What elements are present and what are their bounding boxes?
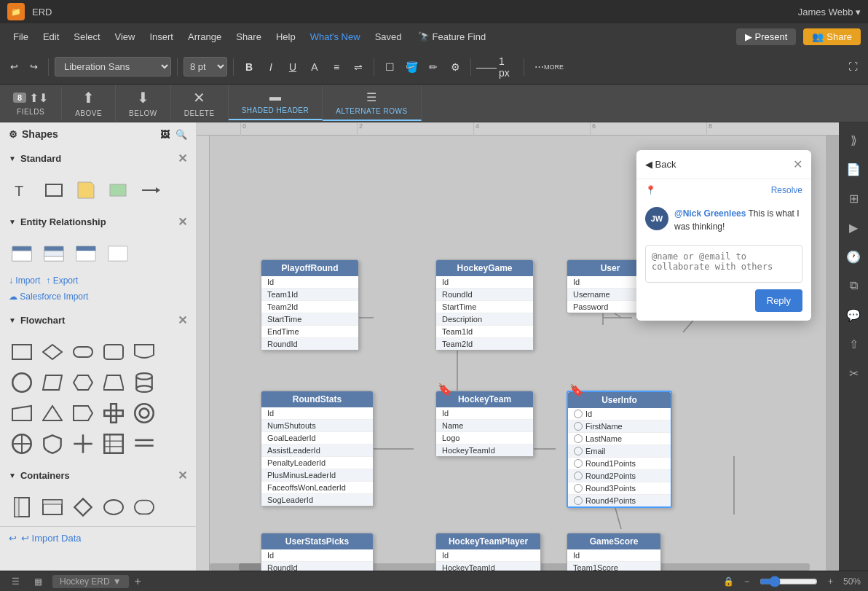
presentation-icon[interactable]: ▶ <box>842 216 865 239</box>
ct-vertical[interactable] <box>9 494 35 520</box>
export-btn[interactable]: ↑ Export <box>46 275 78 286</box>
tools-icon[interactable]: ✂ <box>842 361 865 385</box>
flowchart-close-icon[interactable]: ✕ <box>178 313 187 327</box>
current-page-name[interactable]: Hockey ERD ▼ <box>52 575 129 588</box>
alternate-rows-tool[interactable]: ☰ ALTERNATE ROWS <box>323 86 421 121</box>
fc-rounded-rect[interactable] <box>100 339 127 365</box>
er-table-shape-3[interactable] <box>73 240 99 267</box>
hockey-game-table[interactable]: HockeyGame Id RoundId StartTime Descript… <box>435 259 534 351</box>
fc-triangle[interactable] <box>39 400 66 426</box>
salesforce-import-btn[interactable]: ☁ Salesforce Import <box>9 291 187 302</box>
line-style-button[interactable]: —— <box>477 58 496 77</box>
table-icon[interactable]: ⊞ <box>842 187 865 210</box>
bold-button[interactable]: B <box>240 58 259 77</box>
pages-icon[interactable]: 📄 <box>842 157 865 181</box>
fc-hexagon[interactable] <box>70 369 96 396</box>
resolve-button[interactable]: Resolve <box>771 185 802 195</box>
grid-view-button[interactable]: ▦ <box>30 575 47 588</box>
delete-tool[interactable]: ✕ DELETE <box>171 85 229 122</box>
fc-manual-input[interactable] <box>9 400 35 426</box>
comment-input-field[interactable] <box>645 245 802 283</box>
menu-view[interactable]: View <box>109 28 141 45</box>
salesforce-import-row[interactable]: ☁ Salesforce Import <box>0 291 196 308</box>
containers-section-header[interactable]: ▼ Containers ✕ <box>0 463 196 488</box>
font-selector[interactable]: Liberation Sans <box>55 57 171 77</box>
fc-rect[interactable] <box>9 339 35 365</box>
user-stats-picks-table[interactable]: UserStatsPicks Id RoundId GoalLeaderId A… <box>261 533 374 571</box>
containers-close-icon[interactable]: ✕ <box>178 469 187 482</box>
share-button[interactable]: 👥 Share <box>803 28 861 45</box>
text-direction-button[interactable]: ⇌ <box>349 58 368 77</box>
image-icon[interactable]: 🖼 <box>160 129 170 140</box>
fc-trapezoid[interactable] <box>100 369 127 396</box>
below-tool[interactable]: ⬇ BELOW <box>116 85 171 122</box>
menu-insert[interactable]: Insert <box>143 28 179 45</box>
fc-donut[interactable] <box>131 400 157 426</box>
page-list-button[interactable]: ☰ <box>7 575 24 588</box>
shape-style-button[interactable]: ☐ <box>380 58 399 77</box>
shapes-section-header[interactable]: ⚙ Shapes 🖼 🔍 <box>0 122 196 146</box>
shaded-header-tool[interactable]: ▬ SHADED HEADER <box>229 86 323 120</box>
fc-stadium[interactable] <box>70 339 96 365</box>
menu-file[interactable]: File <box>7 28 34 45</box>
note-shape[interactable] <box>73 177 99 203</box>
add-page-button[interactable]: + <box>135 575 141 588</box>
fc-cross[interactable] <box>100 400 127 426</box>
er-table-shape-4[interactable] <box>105 240 131 267</box>
menu-edit[interactable]: Edit <box>37 28 65 45</box>
clock-icon[interactable]: 🕐 <box>842 245 865 268</box>
user-name[interactable]: James Webb ▾ <box>798 7 861 17</box>
colored-rect-shape[interactable] <box>105 177 131 203</box>
user-info-table[interactable]: UserInfo 🔖 Id FirstName LastName Email R… <box>567 391 672 508</box>
align-left-button[interactable]: ≡ <box>327 58 346 77</box>
search-icon[interactable]: 🔍 <box>175 129 187 140</box>
more-button[interactable]: ⋯MORE <box>530 58 568 75</box>
fc-diamond[interactable] <box>39 339 66 365</box>
menu-select[interactable]: Select <box>68 28 106 45</box>
er-table-shape-2[interactable] <box>41 240 67 267</box>
fc-shield[interactable] <box>39 431 66 457</box>
ct-ellipse[interactable] <box>100 494 127 520</box>
undo-button[interactable]: ↩ <box>6 58 23 75</box>
fc-cylinder[interactable] <box>131 369 157 396</box>
import-btn[interactable]: ↓ Import <box>9 275 40 286</box>
menu-whats-new[interactable]: What's New <box>304 28 366 45</box>
er-section-header[interactable]: ▼ Entity Relationship ✕ <box>0 209 196 235</box>
above-tool[interactable]: ⬆ ABOVE <box>62 85 116 122</box>
arrow-shape[interactable] <box>137 177 163 203</box>
back-button[interactable]: ◀ Back <box>645 159 676 170</box>
rect-shape[interactable] <box>41 177 67 203</box>
zoom-out-button[interactable]: − <box>740 575 754 588</box>
canvas-area[interactable]: 0 2 4 6 8 <box>197 122 839 591</box>
fc-tag[interactable] <box>70 400 96 426</box>
feature-find-btn[interactable]: 🔭 Feature Find <box>411 28 494 45</box>
fc-circle[interactable] <box>9 369 35 396</box>
line-width-button[interactable]: 1 px <box>499 58 518 77</box>
ct-horizontal[interactable] <box>39 494 66 520</box>
chat-icon[interactable]: 💬 <box>842 303 865 326</box>
import-data-btn[interactable]: ↩ ↩ Import Data <box>0 526 196 549</box>
share-right-icon[interactable]: ⇧ <box>842 332 865 356</box>
line-color-button[interactable]: ✏ <box>424 58 443 77</box>
round-stats-table[interactable]: RoundStats Id NumShutouts GoalLeaderId A… <box>261 391 374 506</box>
fc-diamond-cross[interactable] <box>9 431 35 457</box>
zoom-slider[interactable] <box>760 576 818 587</box>
layers-icon[interactable]: ⧉ <box>842 274 865 297</box>
fc-decision2[interactable] <box>70 431 96 457</box>
fields-tool[interactable]: 8 ⬆⬇ FIELDS <box>0 87 62 120</box>
text-shape[interactable]: T <box>9 177 35 203</box>
redo-button[interactable]: ↪ <box>25 58 42 75</box>
effects-button[interactable]: ⚙ <box>446 58 465 77</box>
hockey-team-player-table[interactable]: HockeyTeamPlayer Id HockeyTeamId FirstNa… <box>435 533 541 571</box>
underline-button[interactable]: U <box>283 58 302 77</box>
close-panel-button[interactable]: ✕ <box>793 157 802 171</box>
er-table-shape-1[interactable] <box>9 240 35 267</box>
canvas-content[interactable]: PlayoffRound Id Team1Id Team2Id StartTim… <box>210 136 826 571</box>
game-score-table[interactable]: GameScore Id Team1Score Team2Score <box>567 533 661 571</box>
ct-diamond2[interactable] <box>70 494 96 520</box>
italic-button[interactable]: I <box>261 58 280 77</box>
menu-arrange[interactable]: Arrange <box>182 28 227 45</box>
menu-share[interactable]: Share <box>230 28 267 45</box>
ct-stadium2[interactable] <box>131 494 157 520</box>
fc-list[interactable] <box>100 431 127 457</box>
